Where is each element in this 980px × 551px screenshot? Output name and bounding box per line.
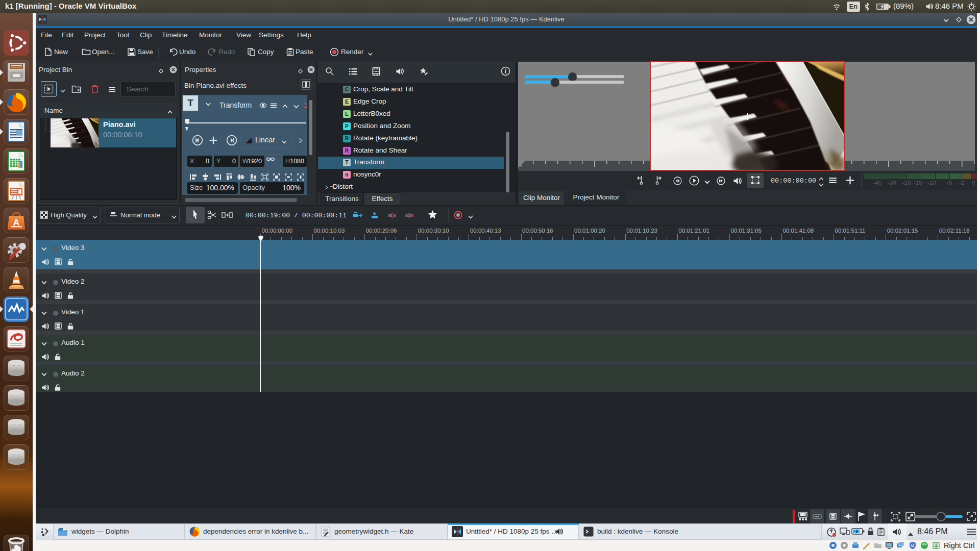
svg-text:U: U: [911, 543, 914, 548]
